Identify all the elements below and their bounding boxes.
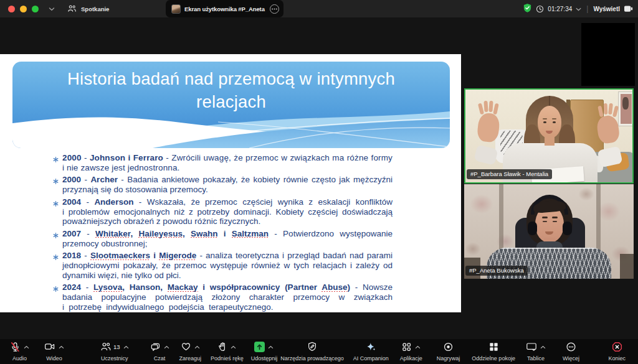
toolbar-item-more[interactable]: Więcej [563, 341, 579, 362]
bullet-icon [53, 199, 59, 209]
toolbar-item-react[interactable]: Zareaguj [179, 341, 202, 362]
finger [478, 103, 484, 115]
toolbar-item-host-tools[interactable]: Narzędzia prowadzącego [280, 341, 344, 362]
eye [553, 221, 557, 222]
toolbar-item-record[interactable]: Nagrywaj [437, 341, 460, 362]
toolbar-item-label: Zareaguj [179, 355, 202, 362]
breakout-rooms-icon [488, 342, 499, 355]
finger [488, 101, 493, 112]
bullet-item: 2018 - Slootmaeckers i Migerode - analiz… [53, 251, 393, 281]
headphone-cup [563, 222, 572, 235]
eye [543, 121, 546, 123]
bullet-item: 2004 - Anderson - Wskazała, że przemoc c… [53, 197, 393, 227]
toolbar-item-share[interactable]: Udostępnij [251, 341, 278, 362]
chat-icon [150, 342, 161, 354]
react-icon [181, 342, 191, 354]
participant-name-label: #P_Barbara Sławik - Mentalia [467, 169, 552, 179]
clock-icon [536, 5, 544, 13]
chevron-up-icon[interactable] [24, 340, 29, 352]
view-layout-icon[interactable] [624, 5, 633, 13]
toolbar-item-participants[interactable]: 13Uczestnicy [100, 341, 129, 362]
left-sleeve [474, 144, 498, 165]
eyebrow [552, 118, 556, 119]
tab-meeting[interactable]: Spotkanie [67, 4, 109, 14]
finger [493, 103, 498, 115]
shared-screen-thumbnail [171, 4, 181, 14]
titlebar-right-controls: 01:27:34 | Wyświetl [523, 0, 633, 17]
toolbar-item-ai-companion[interactable]: AI Companion [353, 341, 389, 362]
toolbar-item-label: Więcej [563, 355, 579, 362]
tab-screen-share[interactable]: Ekran użytkownika #P_Aneta [166, 0, 283, 17]
close-window-button[interactable] [8, 6, 15, 12]
security-shield-icon[interactable] [523, 3, 532, 14]
end-icon [612, 342, 622, 355]
meeting-stage: Historia badań nad przemocą w intymnych … [0, 17, 638, 339]
neck [545, 136, 555, 146]
chevron-down-icon[interactable] [49, 7, 55, 11]
toolbar-item-label: Aplikacje [400, 355, 422, 362]
eyebrow [543, 118, 547, 119]
finger [483, 101, 488, 112]
toolbar-item-end[interactable]: Koniec [608, 341, 626, 362]
chevron-up-icon[interactable] [123, 340, 129, 352]
toolbar-item-chat[interactable]: Czat [150, 341, 169, 362]
minimize-window-button[interactable] [20, 6, 27, 12]
finger [612, 106, 619, 118]
toolbar-item-label: Czat [154, 355, 166, 362]
bullet-icon [53, 253, 59, 263]
divider: | [586, 4, 588, 13]
eyebrow [552, 217, 558, 218]
chevron-up-icon[interactable] [268, 340, 274, 352]
eyebrow [542, 217, 548, 218]
toolbar-item-label: Podnieś rękę [211, 355, 244, 362]
toolbar-item-raise-hand[interactable]: Podnieś rękę [211, 341, 244, 362]
video-tile-barbara[interactable]: #P_Barbara Sławik - Mentalia [464, 88, 634, 184]
bullet-item: 2000 - Archer - Badania ankietowe pokaza… [53, 175, 393, 195]
chevron-up-icon[interactable] [59, 340, 64, 352]
toolbar-item-whiteboards[interactable]: Tablice [526, 341, 546, 362]
bullet-item: 2024 - Lysova, Hanson, Mackay i współpra… [53, 282, 393, 312]
toolbar-item-label: Audio [12, 355, 27, 362]
participant-name-label: #P_Aneta Bukowska [465, 266, 528, 276]
fullscreen-window-button[interactable] [32, 6, 39, 12]
tab-screen-share-label: Ekran użytkownika #P_Aneta [184, 6, 265, 12]
picture-frame-art [622, 97, 629, 110]
toolbar-item-label: Uczestnicy [101, 355, 128, 362]
toolbar-item-label: Udostępnij [251, 355, 278, 362]
toolbar-item-audio[interactable]: Audio [10, 341, 29, 362]
chevron-up-icon[interactable] [415, 340, 421, 352]
video-tile-camera-off[interactable] [581, 23, 635, 86]
window-titlebar: Spotkanie Ekran użytkownika #P_Aneta 01:… [0, 0, 638, 17]
apps-icon [401, 342, 412, 355]
chevron-down-icon[interactable] [576, 6, 581, 12]
window-controls [8, 6, 39, 12]
more-icon [566, 342, 576, 355]
chevron-up-icon[interactable] [540, 340, 546, 352]
chevron-up-icon[interactable] [164, 340, 169, 352]
whiteboards-icon [526, 342, 537, 354]
eye [553, 121, 556, 123]
tab-options-icon[interactable] [270, 4, 279, 14]
tab-meeting-label: Spotkanie [81, 6, 109, 12]
video-icon [44, 342, 55, 354]
hair-part [549, 96, 550, 106]
eye [543, 221, 547, 222]
ai-companion-icon [366, 342, 376, 355]
toolbar-item-label: Narzędzia prowadzącego [280, 355, 344, 362]
chevron-up-icon[interactable] [231, 340, 236, 352]
view-button-label[interactable]: Wyświetl [593, 6, 620, 12]
finger [608, 103, 612, 114]
slide-title-banner: Historia badań nad przemocą w intymnych … [12, 62, 450, 148]
bullet-icon [53, 284, 59, 294]
record-icon [443, 342, 454, 355]
toolbar-item-apps[interactable]: Aplikacje [400, 341, 422, 362]
chevron-up-icon[interactable] [194, 340, 200, 352]
toolbar-item-breakout-rooms[interactable]: Oddzielne pokoje [472, 341, 515, 362]
slide-title: Historia badań nad przemocą w intymnych … [12, 67, 450, 113]
toolbar-item-label: AI Companion [353, 355, 389, 362]
host-tools-icon [307, 342, 317, 354]
toolbar-item-label: Oddzielne pokoje [472, 355, 515, 362]
video-tile-aneta[interactable]: #P_Aneta Bukowska [464, 184, 634, 279]
toolbar-item-video[interactable]: Wideo [44, 341, 64, 362]
audio-icon [10, 342, 21, 355]
